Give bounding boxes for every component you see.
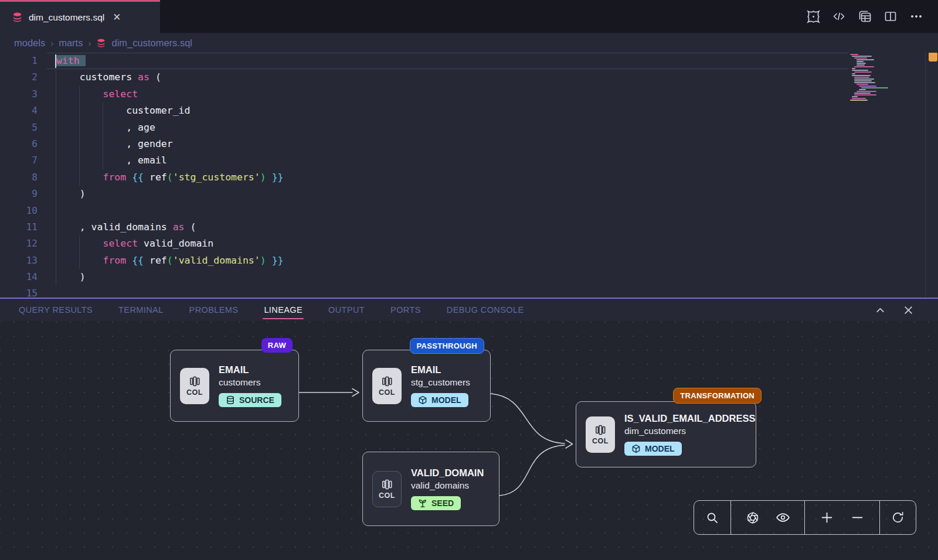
zoom-in-icon[interactable] [818,509,835,527]
zoom-out-icon[interactable] [849,509,866,527]
line-number: 3 [0,86,38,103]
minimap-line [852,96,858,97]
refresh-icon[interactable] [889,509,907,527]
duplicate-table-icon[interactable] [857,9,872,24]
panel-tab-bar: QUERY RESULTSTERMINALPROBLEMSLINEAGEOUTP… [0,299,938,321]
code-line-7[interactable]: 7 , email [0,152,938,169]
eye-icon[interactable] [774,509,791,527]
line-number: 5 [0,119,38,136]
minimap-line [854,82,875,83]
node-model-name: stg_customers [411,377,470,388]
badge-label: SOURCE [239,395,274,405]
breadcrumb-item-marts[interactable]: marts [59,37,83,49]
breadcrumb-file[interactable]: dim_customers.sql [111,37,192,49]
code-text: from {{ ref('valid_domains') }} [38,252,284,269]
panel-tab-ports[interactable]: PORTS [390,299,421,321]
aperture-icon[interactable] [744,509,762,527]
code-line-12[interactable]: 12 select valid_domain [0,235,938,252]
database-icon [226,395,235,405]
lineage-node-valid-domains[interactable]: COL VALID_DOMAIN valid_domains SEED [362,452,499,526]
panel-bar-actions [874,299,915,321]
code-line-15[interactable]: 15 [0,285,938,298]
more-icon[interactable] [909,9,924,24]
close-icon[interactable] [902,303,915,316]
minimap-line [854,77,869,78]
code-text [38,203,56,219]
badge-label: SEED [431,498,454,508]
code-lines: 1with2 customers as (3 select4 customer_… [0,53,938,298]
column-tile: COL [372,368,402,404]
cube-icon [631,444,641,453]
code-line-5[interactable]: 5 , age [0,119,938,136]
code-line-1[interactable]: 1with [0,53,938,69]
col-label: COL [592,437,609,445]
split-editor-icon[interactable] [883,9,898,24]
code-line-14[interactable]: 14 ) [0,269,938,285]
code-editor[interactable]: 1with2 customers as (3 select4 customer_… [0,53,938,298]
columns-icon [381,375,393,387]
columns-icon [381,479,393,490]
scrollbar-marker [929,53,937,62]
node-column-name: EMAIL [219,364,281,375]
model-badge: MODEL [411,393,468,407]
node-model-name: customers [219,377,281,388]
close-icon[interactable]: ✕ [113,12,121,22]
lineage-node-stg-customers[interactable]: PASSTHROUGH COL EMAIL stg_customers MODE… [362,350,491,422]
breadcrumb-item-models[interactable]: models [14,37,45,49]
raw-tag: RAW [261,338,293,353]
code-text: ) [38,269,86,285]
panel-tab-output[interactable]: OUTPUT [328,299,365,321]
minimap-line [857,91,876,92]
code-icon[interactable] [831,9,847,24]
cube-icon [418,395,427,405]
lineage-node-customers[interactable]: RAW COL EMAIL customers SOURCE [170,350,299,422]
code-line-8[interactable]: 8 from {{ ref('stg_customers') }} [0,169,938,186]
minimap-line [852,75,871,76]
column-tile: COL [372,471,402,507]
line-number: 12 [0,235,38,252]
panel-tab-debug-console[interactable]: DEBUG CONSOLE [447,299,524,321]
chevron-right-icon: › [88,38,91,48]
line-number: 11 [0,219,38,235]
source-badge: SOURCE [219,393,281,407]
search-icon[interactable] [704,509,721,527]
minimap-line [857,63,866,64]
line-number: 1 [0,53,38,69]
panel-tab-lineage[interactable]: LINEAGE [264,299,303,321]
minimap-line [852,73,855,74]
code-line-2[interactable]: 2 customers as ( [0,69,938,86]
chevron-up-icon[interactable] [874,303,886,316]
minimap-line [854,57,867,59]
code-line-10[interactable]: 10 [0,203,938,219]
panel-tab-problems[interactable]: PROBLEMS [189,299,239,321]
lineage-canvas[interactable]: RAW COL EMAIL customers SOURCE [0,321,938,560]
col-label: COL [379,491,395,500]
minimap-line [854,66,874,67]
minimap-line [852,56,872,57]
code-line-9[interactable]: 9 ) [0,186,938,202]
text-cursor [55,54,56,68]
code-text: select [38,86,138,103]
line-number: 15 [0,285,38,298]
minimap-line [854,78,874,80]
editor-tab-dim-customers[interactable]: dim_customers.sql ✕ [0,0,160,33]
code-line-3[interactable]: 3 select [0,86,938,103]
code-line-13[interactable]: 13 from {{ ref('valid_domains') }} [0,252,938,269]
lineage-node-dim-customers[interactable]: TRANSFORMATION COL IS_VALID_EMAIL_ADDRES… [576,401,756,467]
code-text [38,285,56,298]
code-text: customer_id [38,103,190,119]
code-line-6[interactable]: 6 , gender [0,136,938,152]
panel-tab-query-results[interactable]: QUERY RESULTS [19,299,93,321]
code-line-4[interactable]: 4 customer_id [0,103,938,119]
chevron-right-icon: › [50,38,53,48]
code-text: select valid_domain [38,235,213,252]
node-column-name: EMAIL [411,364,470,375]
minimap[interactable] [850,54,899,101]
minimap-line [857,61,864,62]
minimap-line [854,94,876,95]
code-line-11[interactable]: 11 , valid_domains as ( [0,219,938,235]
minimap-line [857,64,865,66]
panel-tab-terminal[interactable]: TERMINAL [118,299,164,321]
dbt-logo-icon[interactable] [806,9,821,24]
code-text: from {{ ref('stg_customers') }} [38,169,284,186]
